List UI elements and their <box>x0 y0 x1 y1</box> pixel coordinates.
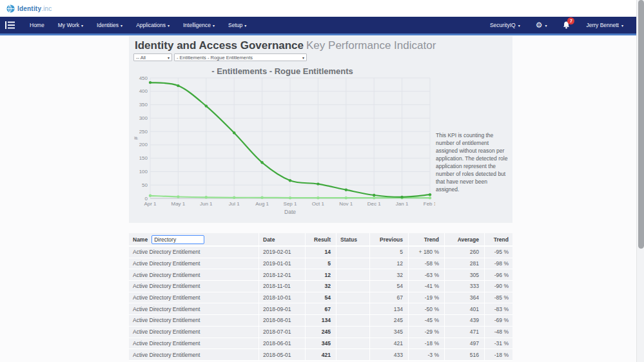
table-header-row: NameDateResultStatusPreviousTrendAverage… <box>129 233 512 247</box>
chevron-down-icon: ▾ <box>244 24 246 28</box>
nav-item-identities[interactable]: Identities▾ <box>97 22 122 28</box>
col-header-label: Trend <box>494 236 509 243</box>
scope-select-value: -- All <box>136 55 146 61</box>
svg-text:400: 400 <box>139 88 148 94</box>
table-row[interactable]: Active Directory Entitlement2018-08-0113… <box>129 315 512 327</box>
cell-average: 497 <box>445 338 485 349</box>
user-menu[interactable]: Jerry Bennett ▾ <box>586 22 623 28</box>
nav-item-intelligence[interactable]: Intelligence▾ <box>183 22 215 28</box>
cell-trend-avg: -98 % <box>485 258 512 269</box>
cell-date: 2018-10-01 <box>259 292 306 303</box>
securityiq-label: SecurityIQ <box>490 22 516 28</box>
hamburger-menu-icon[interactable] <box>5 21 15 29</box>
svg-text:#: # <box>133 137 139 140</box>
cell-previous: 5 <box>370 247 409 258</box>
app-logo[interactable]: Identity.inc <box>6 5 52 13</box>
svg-text:250: 250 <box>139 129 148 135</box>
cell-date: 2019-01-01 <box>259 258 306 269</box>
cell-status <box>337 258 370 269</box>
name-filter-input[interactable] <box>151 235 204 244</box>
cell-result: 32 <box>306 281 337 292</box>
cell-average: 333 <box>445 281 485 292</box>
svg-text:Apr 1: Apr 1 <box>144 201 157 207</box>
securityiq-menu[interactable]: SecurityIQ ▾ <box>490 22 520 28</box>
cell-previous: 134 <box>370 303 409 314</box>
cell-average: 364 <box>445 292 485 303</box>
chevron-down-icon: ▾ <box>168 56 170 60</box>
chevron-down-icon: ▾ <box>621 24 623 28</box>
cell-trend: -63 % <box>409 269 445 280</box>
cell-average: 439 <box>445 315 485 326</box>
cell-date: 2018-12-01 <box>259 269 306 280</box>
nav-item-label: Intelligence <box>183 22 211 28</box>
cell-name: Active Directory Entitlement <box>129 269 259 280</box>
cell-trend-avg: -83 % <box>485 303 512 314</box>
svg-text:May 1: May 1 <box>171 201 186 207</box>
nav-item-home[interactable]: Home <box>30 22 44 28</box>
svg-text:200: 200 <box>139 142 148 148</box>
col-header-previous[interactable]: Previous <box>370 233 409 245</box>
cell-previous: 421 <box>370 338 409 349</box>
table-row[interactable]: Active Directory Entitlement2018-09-0167… <box>129 303 512 315</box>
kpi-description: This KPI is counting the number of entit… <box>436 131 511 194</box>
svg-text:100: 100 <box>139 169 148 175</box>
table-row[interactable]: Active Directory Entitlement2018-06-0134… <box>129 338 512 350</box>
vertical-scrollbar[interactable] <box>636 0 644 362</box>
col-header-label: Average <box>458 236 479 243</box>
cell-average: 516 <box>445 349 485 360</box>
cell-name: Active Directory Entitlement <box>129 327 259 338</box>
cell-date: 2019-02-01 <box>259 247 306 258</box>
table-row[interactable]: Active Directory Entitlement2018-12-0112… <box>129 269 512 281</box>
cell-trend: -19 % <box>409 292 445 303</box>
nav-item-label: Applications <box>136 22 166 28</box>
nav-item-setup[interactable]: Setup▾ <box>228 22 246 28</box>
cell-name: Active Directory Entitlement <box>129 303 259 314</box>
svg-text:450: 450 <box>139 75 148 81</box>
cell-status <box>337 247 370 258</box>
cell-trend: -58 % <box>409 258 445 269</box>
cell-trend-avg: -31 % <box>485 338 512 349</box>
cell-status <box>337 349 370 360</box>
table-row[interactable]: Active Directory Entitlement2019-01-0151… <box>129 258 512 270</box>
scope-select[interactable]: -- All ▾ <box>133 53 172 61</box>
table-row[interactable]: Active Directory Entitlement2018-07-0124… <box>129 327 512 338</box>
cell-trend: -29 % <box>409 327 445 338</box>
cell-result: 345 <box>306 338 337 349</box>
nav-item-my-work[interactable]: My Work▾ <box>58 22 83 28</box>
notifications-button[interactable]: 7 <box>562 21 571 30</box>
table-row[interactable]: Active Directory Entitlement2018-05-0142… <box>129 349 512 361</box>
table-row[interactable]: Active Directory Entitlement2019-02-0114… <box>129 247 512 258</box>
svg-text:Jan 1: Jan 1 <box>396 201 409 207</box>
col-header-label: Previous <box>380 236 403 243</box>
col-header-name[interactable]: Name <box>129 233 259 245</box>
table-row[interactable]: Active Directory Entitlement2018-11-0132… <box>129 281 512 292</box>
table-row[interactable]: Active Directory Entitlement2018-10-0154… <box>129 292 512 304</box>
col-header-result[interactable]: Result <box>306 233 337 245</box>
chevron-down-icon: ▾ <box>518 24 520 28</box>
chevron-down-icon: ▾ <box>213 24 215 28</box>
col-header-trend-2[interactable]: Trend <box>485 233 512 245</box>
svg-text:Nov 1: Nov 1 <box>339 201 353 207</box>
col-header-label: Date <box>263 236 275 243</box>
svg-text:Oct 1: Oct 1 <box>312 201 325 207</box>
scrollbar-thumb[interactable] <box>638 0 644 249</box>
cell-name: Active Directory Entitlement <box>129 349 259 360</box>
top-bar: Identity.inc <box>0 0 644 17</box>
col-header-trend[interactable]: Trend <box>409 233 445 245</box>
nav-item-label: Identities <box>97 22 119 28</box>
cell-status <box>337 292 370 303</box>
col-header-average[interactable]: Average <box>445 233 485 245</box>
kpi-results-table: NameDateResultStatusPreviousTrendAverage… <box>129 233 512 361</box>
cell-average: 471 <box>445 327 485 338</box>
kpi-select[interactable]: - Entitlements - Rogue Entitlements ▾ <box>174 53 307 61</box>
col-header-status[interactable]: Status <box>337 233 370 245</box>
col-header-date[interactable]: Date <box>259 233 306 245</box>
kpi-chart: 050100150200250300350400450Apr 1May 1Jun… <box>132 75 435 220</box>
kpi-panel: Identity and Access GovernanceKey Perfor… <box>129 36 512 223</box>
nav-item-label: Setup <box>228 22 242 28</box>
cell-name: Active Directory Entitlement <box>129 315 259 326</box>
settings-menu[interactable]: ⚙ ▾ <box>536 21 547 29</box>
cell-result: 245 <box>306 327 337 338</box>
nav-item-applications[interactable]: Applications▾ <box>136 22 170 28</box>
user-name: Jerry Bennett <box>586 22 619 28</box>
